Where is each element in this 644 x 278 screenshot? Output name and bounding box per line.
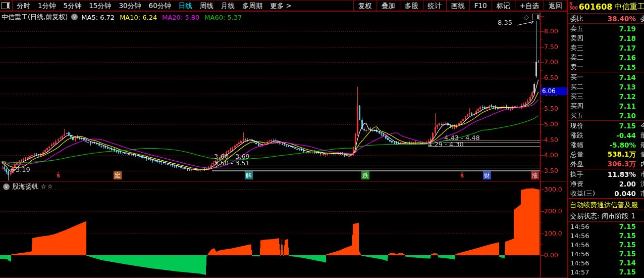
ask-row-4-value[interactable]: 7.18	[619, 34, 636, 42]
period-tab-11[interactable]: 更多 >	[270, 2, 292, 10]
margin-badge: R500	[569, 3, 578, 11]
event-marker-5[interactable]: ŝ	[459, 171, 465, 179]
indicator-tick-label: 100.0	[544, 229, 567, 237]
tick-time: 14:56	[570, 250, 589, 258]
ask-row-2-value[interactable]: 7.16	[619, 54, 636, 62]
toolbar-button-3[interactable]: 多股	[400, 1, 423, 11]
info-row-3-clipped-col: 最	[640, 141, 644, 150]
ratio-row-value: 38.40%	[608, 15, 636, 23]
ma-legend-1: MA5: 6.72	[81, 14, 115, 21]
chevron-down-icon[interactable]: ∨	[71, 14, 78, 20]
event-marker-6[interactable]: 财	[483, 171, 491, 179]
bid-row-3-value[interactable]: 7.12	[619, 92, 636, 101]
ask-row-1-label: 卖一	[570, 63, 583, 72]
ask-row-3-label: 卖三	[570, 43, 583, 53]
bid-row-1-value[interactable]: 7.14	[619, 73, 636, 81]
price-tick-label: 5.50	[544, 105, 567, 112]
gap-range-label: 4.29 - 4.30	[428, 141, 464, 148]
toolbar-button-2[interactable]: 叠加	[377, 1, 400, 11]
indicator-title: 股海扬帆	[12, 182, 38, 191]
tick-row-6: 14:577.15	[568, 267, 644, 276]
window-icon[interactable]	[2, 2, 10, 9]
indicator-tick-label: 300.0	[544, 186, 567, 193]
toolbar-button-8[interactable]: +自选	[515, 1, 544, 11]
main-chart-canvas[interactable]	[0, 12, 567, 181]
price-tick-label: 4.50	[544, 136, 567, 144]
info-row-1-value: 7.15	[619, 122, 636, 130]
toolbar-button-1[interactable]: 复权	[353, 1, 377, 11]
period-tab-7[interactable]: 日线	[179, 2, 192, 10]
bid-row-4-value[interactable]: 7.11	[619, 102, 636, 110]
period-tab-4[interactable]: 15分钟	[89, 2, 111, 10]
high-annotation: 8.35	[498, 19, 512, 26]
bid-row-2-label: 买二	[570, 82, 583, 91]
chart-corner-icons: ◇	[524, 14, 540, 20]
period-tab-1[interactable]: 分时	[17, 2, 30, 10]
toolbar-button-5[interactable]: 画线	[446, 1, 469, 11]
bid-row-2-value[interactable]: 7.13	[619, 83, 636, 91]
toolbar-button-6[interactable]: F10	[469, 1, 492, 11]
price-tick-label: 3.50	[544, 167, 567, 174]
trading-status: 交易状态: 闭市阶段 1	[568, 210, 644, 222]
info-row-4: 总量538.1万量	[568, 150, 644, 159]
diamond-icon[interactable]: ◇	[524, 14, 529, 20]
info-row-3-label: 涨幅	[570, 141, 583, 150]
event-marker-4[interactable]: 跌	[361, 171, 369, 179]
event-marker-2[interactable]: 定	[114, 171, 122, 179]
trading-app-window: 分时1分钟5分钟15分钟30分钟60分钟日线周线月线多周期更多 > 复权叠加多股…	[0, 0, 644, 278]
tick-price: 7.15	[619, 222, 636, 230]
bid-row-1: 买一7.14	[568, 72, 644, 82]
event-marker-7[interactable]: 涨	[531, 171, 539, 179]
info-row-4-label: 总量	[570, 150, 583, 159]
period-toolbar: 分时1分钟5分钟15分钟30分钟60分钟日线周线月线多周期更多 > 复权叠加多股…	[0, 0, 567, 12]
stock-name: 中信重工	[615, 2, 644, 12]
period-tab-5[interactable]: 30分钟	[119, 2, 141, 10]
period-tab-9[interactable]: 月线	[221, 2, 235, 10]
renewal-notice-link[interactable]: 自动续费通达信普及服	[568, 199, 644, 210]
ask-row-5-value[interactable]: 7.19	[619, 25, 636, 33]
metric-row-3-clipped-col: 市	[640, 189, 644, 198]
metric-row-3: 收益(三)0.040市	[568, 189, 644, 198]
bid-row-5-value[interactable]: 7.10	[619, 112, 636, 120]
tick-price: 7.15	[619, 231, 636, 240]
quote-panel: R500 601608 中信重工 委比38.40%委卖五7.19卖四7.18卖三…	[567, 0, 644, 278]
ask-row-2-label: 卖二	[570, 53, 583, 62]
metric-row-3-value: 0.040	[614, 190, 636, 198]
ask-row-4: 卖四7.18	[568, 33, 644, 43]
ask-row-1-value[interactable]: 7.15	[619, 63, 636, 71]
info-row-2-label: 涨跌	[570, 131, 583, 140]
bid-row-5-label: 买五	[570, 111, 583, 120]
period-tab-2[interactable]: 1分钟	[38, 2, 56, 10]
period-tab-3[interactable]: 5分钟	[64, 2, 82, 10]
tick-time: 14:56	[570, 223, 589, 230]
ask-row-5-label: 卖五	[570, 24, 583, 33]
bid-row-1-label: 买一	[570, 73, 583, 82]
sub-chart-canvas[interactable]	[0, 181, 567, 278]
toolbar-button-4[interactable]: 统计	[423, 1, 446, 11]
info-row-3-value: -5.80%	[610, 141, 636, 149]
ma-legend-3: MA20: 5.80	[162, 14, 199, 21]
chevron-down-icon[interactable]: ∨	[3, 183, 10, 190]
info-row-2-clipped-col: 最	[640, 131, 644, 140]
tick-price: 7.15	[619, 241, 636, 249]
metric-row-2: 净资2.00流	[568, 179, 644, 189]
panel-toggle-icon[interactable]	[532, 14, 540, 20]
ma-legend-2: MA10: 6.24	[120, 14, 157, 21]
info-row-5: 外盘306.3万内	[568, 159, 644, 169]
chart-header: 中信重工(日线,前复权) ∨ MA5: 6.72MA10: 6.24MA20: …	[2, 13, 247, 21]
tick-row-5: 14:567.14	[568, 258, 644, 267]
event-marker-3[interactable]: 解	[245, 171, 253, 179]
toolbar-button-7[interactable]: 标记	[492, 1, 515, 11]
event-marker-1[interactable]: ŝ	[56, 171, 61, 179]
toolbar-button-9[interactable]: 返回	[544, 1, 567, 11]
period-tab-8[interactable]: 周线	[200, 2, 213, 10]
period-tab-10[interactable]: 多周期	[242, 2, 263, 10]
ask-row-3-value[interactable]: 7.17	[619, 44, 636, 52]
period-tab-6[interactable]: 60分钟	[149, 2, 171, 10]
tick-time: 14:56	[570, 241, 589, 249]
ma-values: MA5: 6.72MA10: 6.24MA20: 5.80MA60: 5.37	[81, 12, 247, 22]
info-row-4-value: 538.1万	[608, 150, 636, 159]
info-row-1-label: 现价	[570, 121, 583, 130]
indicator-tick-label: 200.0	[544, 207, 567, 215]
tick-time: 14:56	[570, 259, 589, 267]
